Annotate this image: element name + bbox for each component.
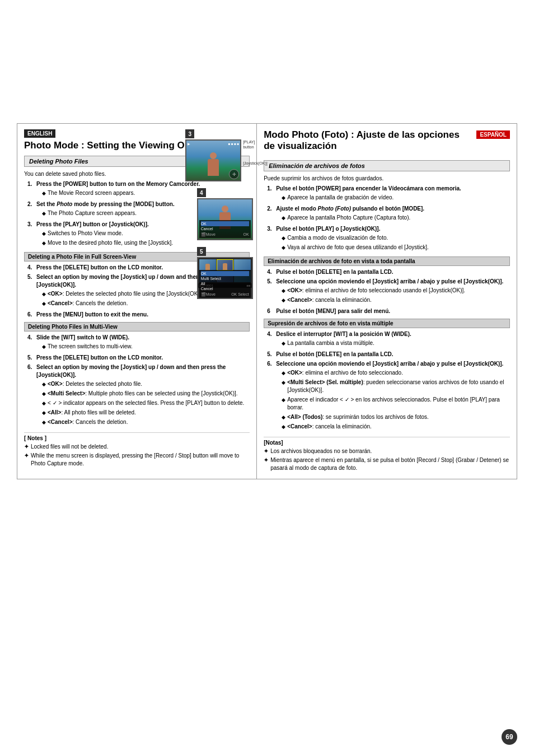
right-main-title: Modo Photo (Foto) : Ajuste de las opcion… — [264, 129, 472, 152]
page: ENGLISH Photo Mode : Setting the Viewing… — [0, 0, 534, 756]
left-step-5b: 5. Press the [DELETE] button on the LCD … — [27, 354, 250, 362]
left-step-4b: 4. Slide the [W/T] switch to W (WIDE). ◆… — [27, 334, 250, 352]
right-note-1: ✦ Los archivos bloqueados no se borrarán… — [264, 447, 510, 455]
right-step-1: 1. Pulse el botón [POWER] para encender … — [267, 185, 510, 203]
screen-4-wrapper: 4 OK Cancel — [197, 188, 253, 240]
right-subsection-1-header: Eliminación de archivos de foto en vista… — [264, 256, 510, 266]
step-badge-3: 3 — [185, 129, 194, 138]
screen4-ok-item: OK — [201, 221, 249, 226]
screen-3-wrapper: 3 ▶ ■ ■ ■ ■ — [185, 129, 264, 181]
right-intro: Puede suprimir los archivos de fotos gua… — [264, 175, 510, 183]
right-notes-title: [Notas] — [264, 440, 510, 446]
right-steps-full-view: 4. Pulse el botón [DELETE] en la pantall… — [264, 268, 510, 315]
right-step-4b: 4. Deslice el interruptor [W/T] a la pos… — [267, 330, 510, 349]
right-steps-multi-view: 4. Deslice el interruptor [W/T] a la pos… — [264, 330, 510, 432]
left-step-6b: 6. Select an option by moving the [Joyst… — [27, 363, 250, 428]
step-badge-5: 5 — [197, 247, 206, 256]
left-subsection-2-header: Deleting Photo Files in Multi-View — [24, 322, 250, 332]
page-number: 69 — [502, 729, 517, 745]
right-step-3: 3. Pulse el botón [PLAY] o [Joystick(OK)… — [267, 225, 510, 253]
left-note-2: ✦ While the menu screen is displayed, pr… — [24, 452, 250, 468]
right-step-5a: 5. Seleccione una opción moviendo el [Jo… — [267, 278, 510, 306]
right-section-header: Eliminación de archivos de fotos — [264, 160, 510, 171]
content-area: ENGLISH Photo Mode : Setting the Viewing… — [17, 123, 517, 479]
right-note-2: ✦ Mientras aparece el menú en pantalla, … — [264, 456, 510, 472]
left-notes: [ Notes ] ✦ Locked files will not be del… — [24, 432, 250, 468]
camera-screen-4: OK Cancel 🎬Move OK — [197, 198, 253, 240]
right-step-2: 2. Ajuste el modo Photo (Foto) pulsando … — [267, 205, 510, 223]
right-step-6a: 6 Pulse el botón [MENU] para salir del m… — [267, 307, 510, 315]
camera-screen-3: ▶ ■ ■ ■ ■ ✛ — [185, 139, 241, 181]
screen-5-wrapper: 5 — [197, 247, 253, 299]
left-steps-multi-view: 4. Slide the [W/T] switch to W (WIDE). ◆… — [24, 334, 250, 428]
right-column: 3 ▶ ■ ■ ■ ■ — [257, 124, 517, 479]
screen4-cancel-item: Cancel — [201, 226, 249, 231]
right-subsection-2-header: Supresión de archivos de foto en vista m… — [264, 319, 510, 328]
right-step-6b: 6. Seleccione una opción moviendo el [Jo… — [267, 360, 510, 432]
camera-screenshots-area: 3 ▶ ■ ■ ■ ■ — [193, 124, 257, 299]
camera-screen-5: 100-0001■■ OK Multi Select All Cancel 🎬M… — [197, 257, 253, 299]
step-badge-4: 4 — [197, 188, 206, 197]
right-notes: [Notas] ✦ Los archivos bloqueados no se … — [264, 437, 510, 472]
spanish-badge: ESPAÑOL — [476, 130, 510, 139]
right-step-5b: 5. Pulse el botón [DELETE] en la pantall… — [267, 351, 510, 358]
left-note-1: ✦ Locked files will not be deleted. — [24, 443, 250, 451]
english-badge: ENGLISH — [24, 129, 55, 138]
left-step-6a: 6. Press the [MENU] button to exit the m… — [27, 311, 250, 319]
screen-3-labels: [PLAY] button [Joystick(OK)] — [243, 139, 264, 166]
right-steps-1-3: 1. Pulse el botón [POWER] para encender … — [264, 185, 510, 253]
left-notes-title: [ Notes ] — [24, 435, 250, 441]
right-step-4a: 4. Pulse el botón [DELETE] en la pantall… — [267, 268, 510, 276]
